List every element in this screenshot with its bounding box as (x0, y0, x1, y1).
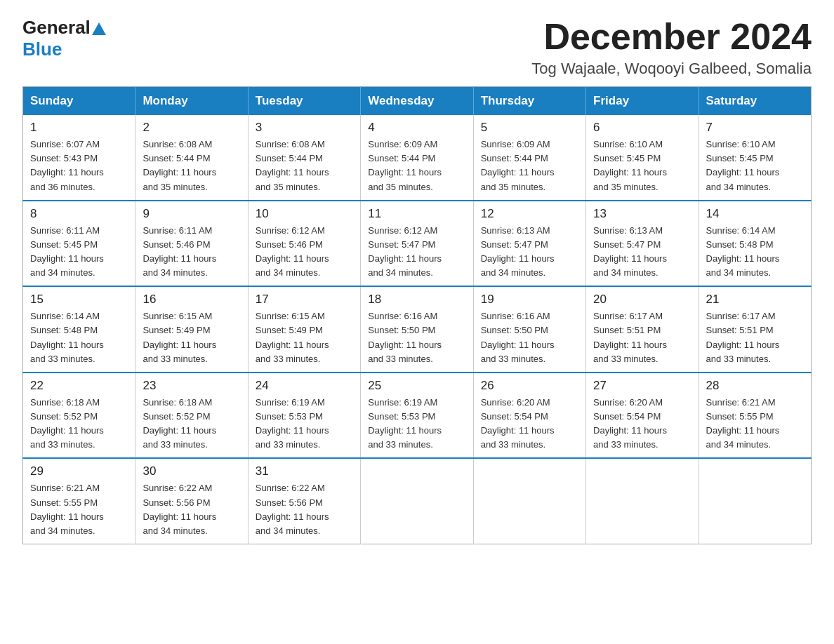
calendar-day-cell (586, 458, 699, 544)
weekday-header-friday: Friday (586, 87, 699, 116)
day-info: Sunrise: 6:07 AMSunset: 5:43 PMDaylight:… (30, 137, 128, 194)
day-info: Sunrise: 6:16 AMSunset: 5:50 PMDaylight:… (481, 309, 578, 366)
day-info: Sunrise: 6:17 AMSunset: 5:51 PMDaylight:… (593, 309, 691, 366)
day-number: 10 (256, 207, 353, 221)
calendar-day-cell: 22Sunrise: 6:18 AMSunset: 5:52 PMDayligh… (23, 373, 135, 459)
calendar-day-cell: 9Sunrise: 6:11 AMSunset: 5:46 PMDaylight… (135, 201, 248, 287)
logo: General Blue (22, 17, 106, 60)
day-number: 24 (256, 379, 353, 393)
logo-triangle-icon (92, 22, 106, 35)
day-number: 27 (593, 379, 691, 393)
calendar-day-cell: 26Sunrise: 6:20 AMSunset: 5:54 PMDayligh… (473, 373, 585, 459)
day-info: Sunrise: 6:20 AMSunset: 5:54 PMDaylight:… (481, 396, 578, 452)
day-info: Sunrise: 6:12 AMSunset: 5:46 PMDaylight:… (256, 224, 353, 281)
day-info: Sunrise: 6:18 AMSunset: 5:52 PMDaylight:… (143, 396, 240, 452)
calendar-day-cell: 7Sunrise: 6:10 AMSunset: 5:45 PMDaylight… (699, 115, 811, 201)
day-number: 20 (593, 293, 691, 307)
day-info: Sunrise: 6:20 AMSunset: 5:54 PMDaylight:… (593, 396, 691, 452)
day-info: Sunrise: 6:08 AMSunset: 5:44 PMDaylight:… (143, 137, 240, 194)
day-number: 23 (143, 379, 240, 393)
day-info: Sunrise: 6:13 AMSunset: 5:47 PMDaylight:… (481, 224, 578, 281)
day-info: Sunrise: 6:19 AMSunset: 5:53 PMDaylight:… (256, 396, 353, 452)
day-number: 29 (30, 464, 128, 478)
day-info: Sunrise: 6:14 AMSunset: 5:48 PMDaylight:… (30, 309, 128, 366)
calendar-day-cell: 14Sunrise: 6:14 AMSunset: 5:48 PMDayligh… (699, 201, 811, 287)
day-info: Sunrise: 6:08 AMSunset: 5:44 PMDaylight:… (256, 137, 353, 194)
calendar-day-cell: 25Sunrise: 6:19 AMSunset: 5:53 PMDayligh… (361, 373, 473, 459)
weekday-header-saturday: Saturday (699, 87, 811, 116)
calendar-day-cell: 15Sunrise: 6:14 AMSunset: 5:48 PMDayligh… (23, 286, 135, 373)
calendar-day-cell: 12Sunrise: 6:13 AMSunset: 5:47 PMDayligh… (473, 201, 585, 287)
day-number: 15 (30, 293, 128, 307)
day-number: 4 (368, 121, 465, 135)
day-number: 9 (143, 207, 240, 221)
calendar-day-cell: 5Sunrise: 6:09 AMSunset: 5:44 PMDaylight… (473, 115, 585, 201)
day-number: 7 (706, 121, 804, 135)
day-number: 19 (481, 293, 578, 307)
day-number: 8 (30, 207, 128, 221)
day-info: Sunrise: 6:22 AMSunset: 5:56 PMDaylight:… (143, 481, 240, 538)
day-info: Sunrise: 6:19 AMSunset: 5:53 PMDaylight:… (368, 396, 465, 452)
calendar-week-row: 1Sunrise: 6:07 AMSunset: 5:43 PMDaylight… (23, 115, 812, 201)
day-info: Sunrise: 6:16 AMSunset: 5:50 PMDaylight:… (368, 309, 465, 366)
day-number: 5 (481, 121, 578, 135)
calendar-day-cell: 18Sunrise: 6:16 AMSunset: 5:50 PMDayligh… (361, 286, 473, 373)
calendar-week-row: 15Sunrise: 6:14 AMSunset: 5:48 PMDayligh… (23, 286, 812, 373)
calendar-day-cell: 11Sunrise: 6:12 AMSunset: 5:47 PMDayligh… (361, 201, 473, 287)
calendar-day-cell: 10Sunrise: 6:12 AMSunset: 5:46 PMDayligh… (248, 201, 360, 287)
day-number: 21 (706, 293, 804, 307)
day-info: Sunrise: 6:09 AMSunset: 5:44 PMDaylight:… (481, 137, 578, 194)
calendar-day-cell: 23Sunrise: 6:18 AMSunset: 5:52 PMDayligh… (135, 373, 248, 459)
day-number: 18 (368, 293, 465, 307)
day-number: 2 (143, 121, 240, 135)
calendar-day-cell: 24Sunrise: 6:19 AMSunset: 5:53 PMDayligh… (248, 373, 360, 459)
title-section: December 2024 Tog Wajaale, Woqooyi Galbe… (531, 17, 812, 78)
day-info: Sunrise: 6:15 AMSunset: 5:49 PMDaylight:… (256, 309, 353, 366)
weekday-header-thursday: Thursday (473, 87, 585, 116)
calendar-day-cell (473, 458, 585, 544)
day-info: Sunrise: 6:10 AMSunset: 5:45 PMDaylight:… (593, 137, 691, 194)
calendar-week-row: 29Sunrise: 6:21 AMSunset: 5:55 PMDayligh… (23, 458, 812, 544)
day-info: Sunrise: 6:15 AMSunset: 5:49 PMDaylight:… (143, 309, 240, 366)
calendar-table: SundayMondayTuesdayWednesdayThursdayFrid… (22, 86, 812, 544)
day-info: Sunrise: 6:12 AMSunset: 5:47 PMDaylight:… (368, 224, 465, 281)
calendar-day-cell: 30Sunrise: 6:22 AMSunset: 5:56 PMDayligh… (135, 458, 248, 544)
day-info: Sunrise: 6:11 AMSunset: 5:45 PMDaylight:… (30, 224, 128, 281)
weekday-header-monday: Monday (135, 87, 248, 116)
calendar-day-cell: 3Sunrise: 6:08 AMSunset: 5:44 PMDaylight… (248, 115, 360, 201)
day-number: 6 (593, 121, 691, 135)
calendar-day-cell: 8Sunrise: 6:11 AMSunset: 5:45 PMDaylight… (23, 201, 135, 287)
calendar-day-cell: 19Sunrise: 6:16 AMSunset: 5:50 PMDayligh… (473, 286, 585, 373)
day-number: 30 (143, 464, 240, 478)
day-number: 22 (30, 379, 128, 393)
day-info: Sunrise: 6:18 AMSunset: 5:52 PMDaylight:… (30, 396, 128, 452)
day-number: 1 (30, 121, 128, 135)
calendar-day-cell: 13Sunrise: 6:13 AMSunset: 5:47 PMDayligh… (586, 201, 699, 287)
day-info: Sunrise: 6:21 AMSunset: 5:55 PMDaylight:… (706, 396, 804, 452)
calendar-day-cell: 27Sunrise: 6:20 AMSunset: 5:54 PMDayligh… (586, 373, 699, 459)
calendar-day-cell: 29Sunrise: 6:21 AMSunset: 5:55 PMDayligh… (23, 458, 135, 544)
month-title: December 2024 (531, 17, 812, 57)
calendar-week-row: 22Sunrise: 6:18 AMSunset: 5:52 PMDayligh… (23, 373, 812, 459)
day-info: Sunrise: 6:09 AMSunset: 5:44 PMDaylight:… (368, 137, 465, 194)
day-number: 14 (706, 207, 804, 221)
day-number: 11 (368, 207, 465, 221)
logo-general-text: General (22, 17, 91, 39)
day-number: 28 (706, 379, 804, 393)
day-number: 16 (143, 293, 240, 307)
day-number: 31 (256, 464, 353, 478)
calendar-day-cell: 2Sunrise: 6:08 AMSunset: 5:44 PMDaylight… (135, 115, 248, 201)
calendar-week-row: 8Sunrise: 6:11 AMSunset: 5:45 PMDaylight… (23, 201, 812, 287)
day-number: 17 (256, 293, 353, 307)
day-info: Sunrise: 6:22 AMSunset: 5:56 PMDaylight:… (256, 481, 353, 538)
calendar-day-cell: 20Sunrise: 6:17 AMSunset: 5:51 PMDayligh… (586, 286, 699, 373)
weekday-header-sunday: Sunday (23, 87, 135, 116)
calendar-day-cell: 17Sunrise: 6:15 AMSunset: 5:49 PMDayligh… (248, 286, 360, 373)
calendar-day-cell: 21Sunrise: 6:17 AMSunset: 5:51 PMDayligh… (699, 286, 811, 373)
day-number: 12 (481, 207, 578, 221)
calendar-day-cell: 6Sunrise: 6:10 AMSunset: 5:45 PMDaylight… (586, 115, 699, 201)
calendar-day-cell: 4Sunrise: 6:09 AMSunset: 5:44 PMDaylight… (361, 115, 473, 201)
calendar-day-cell: 28Sunrise: 6:21 AMSunset: 5:55 PMDayligh… (699, 373, 811, 459)
day-info: Sunrise: 6:21 AMSunset: 5:55 PMDaylight:… (30, 481, 128, 538)
day-info: Sunrise: 6:10 AMSunset: 5:45 PMDaylight:… (706, 137, 804, 194)
